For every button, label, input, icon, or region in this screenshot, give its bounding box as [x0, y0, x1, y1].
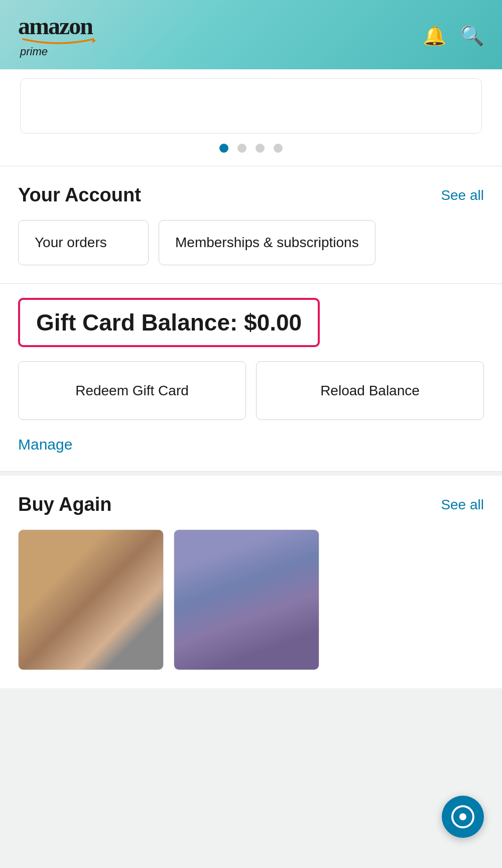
reload-balance-button[interactable]: Reload Balance [256, 361, 484, 420]
your-orders-label: Your orders [35, 235, 107, 250]
amazon-logo[interactable]: amazon prime [18, 14, 98, 57]
your-account-see-all[interactable]: See all [441, 187, 484, 203]
header-icons: 🔔 🔍 [423, 25, 484, 47]
gift-card-section: Gift Card Balance: $0.00 Redeem Gift Car… [0, 284, 502, 471]
account-cards-row: Your orders Memberships & subscriptions [18, 220, 484, 265]
alexa-dot [459, 813, 466, 820]
carousel-dots [219, 144, 283, 153]
buy-again-title: Buy Again [18, 494, 112, 515]
alexa-icon [451, 805, 474, 828]
memberships-card[interactable]: Memberships & subscriptions [159, 220, 375, 265]
redeem-gift-card-button[interactable]: Redeem Gift Card [18, 361, 246, 420]
buy-again-item-1[interactable] [18, 529, 164, 670]
memberships-label: Memberships & subscriptions [175, 235, 359, 250]
your-account-title: Your Account [18, 184, 141, 206]
your-account-header: Your Account See all [18, 184, 484, 206]
buy-again-header: Buy Again See all [18, 494, 484, 515]
gift-card-balance-text: Gift Card Balance: $0.00 [36, 309, 302, 336]
alexa-fab-button[interactable] [442, 796, 484, 838]
gift-card-balance-box: Gift Card Balance: $0.00 [18, 298, 320, 347]
buy-again-items [18, 529, 484, 670]
search-icon[interactable]: 🔍 [460, 25, 484, 47]
app-header: amazon prime 🔔 🔍 [0, 0, 502, 69]
carousel-dot-3[interactable] [256, 144, 265, 153]
carousel-dot-4[interactable] [274, 144, 283, 153]
product-image-1 [19, 530, 163, 670]
gift-card-buttons: Redeem Gift Card Reload Balance [18, 361, 484, 420]
product-image-2 [174, 530, 319, 670]
logo-prime-text: prime [20, 46, 98, 57]
buy-again-section: Buy Again See all [0, 476, 502, 688]
logo-smile-svg [18, 36, 98, 45]
buy-again-see-all[interactable]: See all [441, 497, 484, 513]
manage-link[interactable]: Manage [18, 436, 484, 453]
carousel-area [0, 69, 502, 166]
carousel-dot-1[interactable] [219, 144, 228, 153]
buy-again-item-2[interactable] [174, 529, 319, 670]
your-account-section: Your Account See all Your orders Members… [0, 166, 502, 283]
bell-icon[interactable]: 🔔 [423, 25, 446, 47]
logo-amazon-text: amazon [18, 14, 92, 38]
divider-3 [0, 471, 502, 472]
carousel-card[interactable] [20, 78, 482, 134]
carousel-dot-2[interactable] [237, 144, 246, 153]
your-orders-card[interactable]: Your orders [18, 220, 149, 265]
